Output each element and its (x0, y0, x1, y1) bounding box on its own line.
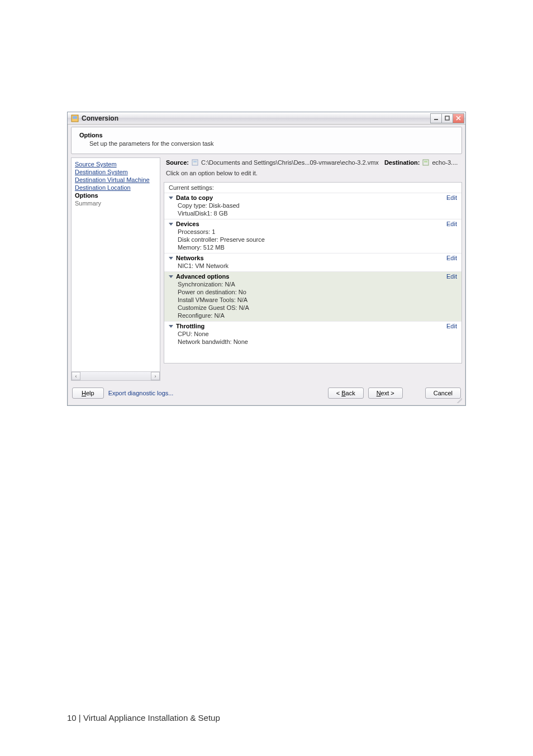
group-title: Data to copy (176, 194, 213, 201)
chevron-down-icon (169, 257, 173, 260)
nav-destination-location[interactable]: Destination Location (75, 184, 156, 192)
nav-destination-system[interactable]: Destination System (75, 168, 156, 176)
export-diagnostic-logs-link[interactable]: Export diagnostic logs... (108, 390, 174, 396)
nav-source-system[interactable]: Source System (75, 160, 156, 168)
chevron-down-icon (169, 197, 173, 199)
next-button[interactable]: Next > (368, 387, 403, 399)
chevron-down-icon (169, 223, 173, 226)
minimize-button[interactable] (430, 113, 442, 123)
setting-line: Disk controller: Preserve source (178, 236, 457, 243)
svg-rect-7 (424, 161, 427, 162)
svg-rect-3 (445, 116, 449, 120)
conversion-window: Conversion Options Set up the parameters… (67, 112, 466, 406)
wizard-steps-nav: Source System Destination System Destina… (71, 157, 160, 381)
group-data-to-copy[interactable]: Data to copy Edit Copy type: Disk-based … (164, 193, 461, 219)
chevron-down-icon (169, 275, 173, 278)
edit-advanced-options[interactable]: Edit (446, 273, 457, 280)
wizard-header: Options Set up the parameters for the co… (71, 127, 462, 154)
setting-line: CPU: None (178, 330, 457, 338)
setting-line: NIC1: VM Network (178, 262, 457, 270)
group-networks[interactable]: Networks Edit NIC1: VM Network (164, 253, 461, 271)
document-footer: 10 | Virtual Appliance Installation & Se… (67, 713, 220, 722)
window-controls (431, 113, 464, 123)
close-button[interactable] (453, 113, 464, 123)
setting-line: Network bandwidth: None (178, 338, 457, 346)
close-icon (456, 116, 461, 121)
svg-rect-2 (434, 119, 438, 120)
source-path: C:\Documents and Settings\Chris\Des...09… (201, 159, 379, 166)
setting-line: Install VMware Tools: N/A (178, 296, 457, 304)
destination-label: Destination: (384, 159, 420, 166)
titlebar[interactable]: Conversion (68, 112, 465, 125)
group-title: Advanced options (176, 273, 229, 280)
chevron-down-icon (169, 325, 173, 328)
app-icon (71, 114, 79, 122)
setting-line: VirtualDisk1: 8 GB (178, 209, 457, 217)
current-settings-label: Current settings: (164, 183, 461, 193)
wizard-footer: Help Export diagnostic logs... < Back Ne… (68, 383, 465, 404)
settings-panel: Current settings: Data to copy Edit Copy… (164, 182, 462, 363)
setting-line: Copy type: Disk-based (178, 202, 457, 209)
edit-devices[interactable]: Edit (446, 221, 457, 227)
setting-line: Reconfigure: N/A (178, 312, 457, 319)
nav-destination-virtual-machine[interactable]: Destination Virtual Machine (75, 176, 156, 184)
setting-line: Power on destination: No (178, 288, 457, 296)
main-panel: Source: C:\Documents and Settings\Chris\… (164, 157, 462, 381)
help-button[interactable]: Help (72, 387, 104, 399)
page-subtitle: Set up the parameters for the conversion… (89, 140, 454, 147)
maximize-icon (445, 116, 450, 121)
svg-rect-1 (73, 116, 77, 119)
setting-line: Processors: 1 (178, 228, 457, 236)
source-label: Source: (166, 159, 189, 166)
maximize-button[interactable] (441, 113, 453, 123)
svg-rect-5 (193, 161, 197, 162)
nav-scrollbar[interactable]: ‹ › (72, 371, 160, 380)
minimize-icon (434, 116, 439, 121)
setting-line: Synchronization: N/A (178, 280, 457, 288)
group-throttling[interactable]: Throttling Edit CPU: None Network bandwi… (164, 321, 461, 347)
scroll-right-button[interactable]: › (151, 372, 160, 380)
setting-line: Customize Guest OS: N/A (178, 304, 457, 312)
vm-dest-icon (422, 159, 430, 166)
nav-summary: Summary (75, 199, 156, 207)
setting-line: Memory: 512 MB (178, 243, 457, 251)
wizard-body: Source System Destination System Destina… (71, 157, 462, 381)
group-devices[interactable]: Devices Edit Processors: 1 Disk controll… (164, 219, 461, 253)
scroll-left-button[interactable]: ‹ (72, 372, 80, 380)
destination-value: echo-3.... (432, 159, 458, 166)
edit-data-to-copy[interactable]: Edit (446, 194, 457, 201)
nav-options: Options (75, 192, 156, 199)
edit-hint: Click on an option below to edit it. (166, 170, 460, 176)
group-advanced-options[interactable]: Advanced options Edit Synchronization: N… (164, 271, 461, 321)
page-title: Options (79, 132, 454, 138)
group-title: Networks (176, 255, 204, 261)
edit-throttling[interactable]: Edit (446, 323, 457, 329)
source-dest-info: Source: C:\Documents and Settings\Chris\… (164, 157, 462, 182)
window-title: Conversion (82, 114, 431, 122)
back-button[interactable]: < Back (328, 387, 364, 399)
edit-networks[interactable]: Edit (446, 255, 457, 261)
group-title: Devices (176, 221, 199, 227)
resize-grip-icon[interactable] (455, 396, 462, 403)
vm-file-icon (191, 159, 199, 166)
group-title: Throttling (176, 323, 204, 329)
